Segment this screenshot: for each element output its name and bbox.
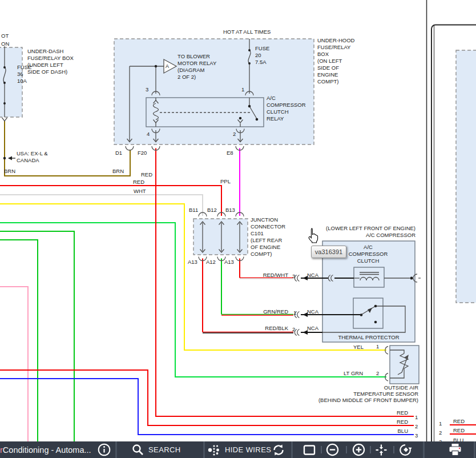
hot-label-partial: OT ON	[1, 32, 9, 48]
fuse-20-label: FUSE 20 7.5A	[255, 45, 269, 66]
compressor-label: A/C COMPRESSOR	[320, 232, 416, 239]
pin-number-1: 1	[293, 310, 296, 316]
wire-color-label-yel: YEL	[342, 344, 364, 351]
wire-grn-3	[0, 240, 38, 441]
wire-color-label-blu: BLU	[388, 428, 408, 435]
zoom-in-icon	[352, 443, 365, 456]
wire-color-label-nca: NCA	[307, 272, 318, 279]
outside-air-sensor-label: OUTSIDE AIR TEMPERATURE SENSOR (BEHIND M…	[308, 384, 418, 403]
search-button[interactable]: SEARCH	[132, 441, 181, 458]
relay-pin-3: 3	[146, 86, 148, 93]
zoom-out-button[interactable]	[326, 441, 339, 458]
wire-color-label-ppl: PPL	[220, 178, 231, 185]
reset-view-icon	[398, 443, 412, 457]
zoom-out-icon	[326, 443, 339, 456]
pin-label-f20: F20	[138, 150, 147, 156]
fit-to-screen-icon	[375, 444, 388, 456]
wire-wht	[0, 195, 203, 216]
pin-label-d1: D1	[115, 150, 122, 156]
zoom-in-button[interactable]	[352, 441, 365, 458]
info-icon	[98, 443, 111, 456]
diagram-canvas[interactable]: OT ON UNDER-DASH FUSE/RELAY BOX (UNDER L…	[0, 0, 476, 441]
pin-label-b12: B12	[207, 207, 217, 214]
wire-color-label-red: RED	[388, 419, 408, 425]
wire-color-label-red: RED	[141, 171, 152, 178]
tooltip: va316391	[311, 246, 346, 258]
toolbar-thin-separator	[346, 446, 347, 453]
pin-number-2: 2	[292, 326, 295, 333]
right-page-box	[456, 50, 476, 303]
wire-color-label-grnred: GRN/RED	[251, 308, 288, 315]
conn-grnred-2	[297, 312, 300, 318]
wire-brn	[5, 121, 130, 176]
toolbar-separator	[203, 441, 205, 458]
underdash-box-label: UNDER-DASH FUSE/RELAY BOX (UNDER LEFT SI…	[27, 48, 74, 75]
toolbar-thin-separator	[393, 446, 394, 453]
wire-number-2: 2	[415, 423, 418, 430]
thermal-protector-label: THERMAL PROTECTOR	[332, 334, 405, 341]
conn-redwht-2	[297, 275, 300, 282]
p2-wire-number-1: 1	[439, 420, 442, 427]
triangle-a-label: A	[166, 63, 169, 70]
toolbar-thin-separator	[370, 446, 371, 453]
sensor-pin-2: 2	[376, 370, 379, 377]
p2-wire-color-red: RED	[453, 418, 465, 425]
print-button[interactable]	[448, 441, 462, 458]
hot-at-all-times-label: HOT AT ALL TIMES	[223, 29, 271, 35]
wire-color-label-redblk: RED/BLK	[251, 325, 288, 332]
hide-wires-button-label: HIDE WIRES	[225, 445, 271, 454]
pin-label-a12: A12	[206, 259, 216, 266]
hide-wires-icon	[208, 444, 220, 456]
wire-number-3: 3	[415, 432, 418, 439]
search-icon	[132, 444, 144, 456]
refresh-button[interactable]	[272, 441, 285, 458]
info-button[interactable]	[98, 441, 111, 458]
pin-label-b13: B13	[225, 207, 235, 214]
usa-exl-label: USA: EX-L & CANADA	[17, 150, 48, 164]
wire-color-label-ltgrn: LT GRN	[341, 370, 363, 377]
wire-pnk	[0, 287, 28, 441]
pin-label-e8: E8	[227, 150, 233, 156]
underhood-box-label: UNDER-HOOD FUSE/RELAY BOX (ON LEFT SIDE …	[317, 37, 354, 85]
refresh-icon	[272, 443, 285, 457]
wire-color-label-brn: BRN	[112, 168, 124, 175]
wiring-diagram-app: OT ON UNDER-DASH FUSE/RELAY BOX (UNDER L…	[0, 0, 476, 458]
wire-color-label-red: RED	[388, 409, 408, 416]
to-blower-label: TO BLOWER MOTOR RELAY (DIAGRAM 2 OF 2)	[178, 53, 216, 81]
wire-red-b12	[0, 186, 221, 216]
toolbar-separator	[291, 441, 293, 458]
wire-color-label-nca: NCA	[307, 308, 318, 315]
pin-label-a13: A13	[224, 259, 234, 266]
pin-label-b11: B11	[189, 207, 198, 214]
pin-d1	[126, 146, 134, 150]
hide-wires-button[interactable]: HIDE WIRES	[208, 441, 271, 458]
wire-color-label-redwht: RED/WHT	[251, 272, 288, 279]
wire-color-label-brn: BRN	[4, 168, 15, 175]
reset-view-button[interactable]	[398, 441, 412, 458]
toolbar-separator	[115, 441, 117, 458]
fit-to-screen-button[interactable]	[375, 441, 388, 458]
search-button-label: SEARCH	[148, 445, 181, 454]
title-text: Conditioning - Automa...	[3, 445, 91, 455]
sensor-pin-1: 1	[376, 343, 379, 350]
arrow-down	[2, 118, 7, 121]
wire-color-label-red: RED	[133, 179, 144, 186]
wire-color-label-nca: NCA	[307, 325, 318, 332]
relay-pin-1: 1	[241, 86, 244, 93]
ac-relay-label: A/C COMPRESSOR CLUTCH RELAY	[267, 95, 306, 122]
hand-pointer-cursor	[306, 228, 319, 244]
diagram-tab-title[interactable]: r Conditioning - Automa...	[0, 441, 91, 458]
pin-label-a13: A13	[188, 259, 197, 266]
clutch-label: A/C COMPRESSOR CLUTCH	[341, 244, 396, 264]
wire-color-label-wht: WHT	[134, 188, 146, 195]
p2-wire-color-red: RED	[453, 427, 465, 434]
toolbar: r Conditioning - Automa... SEARCH HIDE W…	[0, 441, 476, 458]
p2-wire-number-2: 2	[439, 429, 442, 436]
printer-icon	[448, 443, 462, 456]
selection-zoom-button[interactable]	[303, 441, 316, 458]
relay-pin-4: 4	[147, 131, 150, 138]
compressor-location-label: (LOWER LEFT FRONT OF ENGINE)	[320, 225, 416, 232]
toolbar-thin-separator	[321, 446, 322, 453]
conn-redblk-2	[297, 330, 300, 336]
toolbar-separator	[474, 441, 475, 458]
